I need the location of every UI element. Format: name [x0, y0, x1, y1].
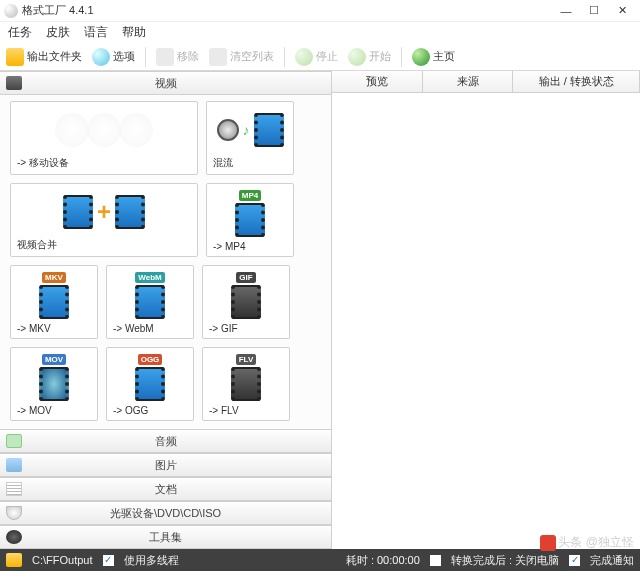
menu-help[interactable]: 帮助 [122, 24, 146, 41]
category-disc-label: 光驱设备\DVD\CD\ISO [110, 506, 221, 521]
film-icon [231, 285, 261, 319]
stop-button[interactable]: 停止 [295, 48, 338, 66]
left-panel: 视频 -> 移动设备 ♪ 混流 + 视频合并 MP4 -> MP4 MKV ->… [0, 71, 332, 549]
reel-icon [217, 119, 239, 141]
tile-mobile-label: -> 移动设备 [17, 154, 191, 170]
folder-icon[interactable] [6, 553, 22, 567]
app-icon [4, 4, 18, 18]
titlebar: 格式工厂 4.4.1 — ☐ ✕ [0, 0, 640, 22]
earth-icon [412, 48, 430, 66]
menu-language[interactable]: 语言 [84, 24, 108, 41]
toolbar-divider [401, 47, 402, 67]
category-video[interactable]: 视频 [0, 71, 331, 95]
options-label: 选项 [113, 49, 135, 64]
ogg-tag: OGG [138, 354, 163, 365]
category-picture[interactable]: 图片 [0, 453, 331, 477]
tile-mkv-label: -> MKV [17, 321, 91, 334]
notify-checkbox[interactable]: ✓ [569, 555, 580, 566]
multithread-checkbox[interactable]: ✓ [103, 555, 114, 566]
globe-icon [92, 48, 110, 66]
folder-icon [6, 48, 24, 66]
device-icon [87, 113, 121, 147]
note-icon: ♪ [243, 122, 250, 138]
stop-icon [295, 48, 313, 66]
list-header: 预览 来源 输出 / 转换状态 [332, 71, 640, 93]
tile-webm[interactable]: WebM -> WebM [106, 265, 194, 339]
category-video-label: 视频 [155, 76, 177, 91]
remove-button[interactable]: 移除 [156, 48, 199, 66]
tile-flv[interactable]: FLV -> FLV [202, 347, 290, 421]
clear-button[interactable]: 清空列表 [209, 48, 274, 66]
tile-mux[interactable]: ♪ 混流 [206, 101, 294, 175]
tile-webm-label: -> WebM [113, 321, 187, 334]
output-path[interactable]: C:\FFOutput [32, 554, 93, 566]
shutdown-label: 转换完成后 : 关闭电脑 [451, 553, 559, 568]
notify-label: 完成通知 [590, 553, 634, 568]
mov-tag: MOV [42, 354, 66, 365]
toolbar: 输出文件夹 选项 移除 清空列表 停止 开始 主页 [0, 43, 640, 71]
main-area: 视频 -> 移动设备 ♪ 混流 + 视频合并 MP4 -> MP4 MKV ->… [0, 71, 640, 549]
home-label: 主页 [433, 49, 455, 64]
col-preview[interactable]: 预览 [332, 71, 423, 92]
mkv-tag: MKV [42, 272, 66, 283]
picture-icon [6, 458, 22, 472]
category-disc[interactable]: 光驱设备\DVD\CD\ISO [0, 501, 331, 525]
document-icon [6, 482, 22, 496]
minimize-button[interactable]: — [552, 2, 580, 20]
tile-ogg[interactable]: OGG -> OGG [106, 347, 194, 421]
tile-mp4-label: -> MP4 [213, 239, 287, 252]
mp4-tag: MP4 [239, 190, 261, 201]
tile-mp4[interactable]: MP4 -> MP4 [206, 183, 294, 257]
device-icon [119, 113, 153, 147]
tile-gif-label: -> GIF [209, 321, 283, 334]
category-audio[interactable]: 音频 [0, 429, 331, 453]
film-icon [231, 367, 261, 401]
film-icon [39, 285, 69, 319]
elapsed-label: 耗时 : 00:00:00 [346, 553, 420, 568]
start-icon [348, 48, 366, 66]
task-list[interactable] [332, 93, 640, 549]
toolbar-divider [284, 47, 285, 67]
film-icon [135, 285, 165, 319]
category-document-label: 文档 [155, 482, 177, 497]
film-icon [115, 195, 145, 229]
gif-tag: GIF [236, 272, 255, 283]
right-panel: 预览 来源 输出 / 转换状态 [332, 71, 640, 549]
output-folder-label: 输出文件夹 [27, 49, 82, 64]
statusbar: C:\FFOutput ✓ 使用多线程 耗时 : 00:00:00 ✓ 转换完成… [0, 549, 640, 571]
toolbar-divider [145, 47, 146, 67]
window-controls: — ☐ ✕ [552, 2, 636, 20]
remove-label: 移除 [177, 49, 199, 64]
category-tools[interactable]: 工具集 [0, 525, 331, 549]
audio-icon [6, 434, 22, 448]
category-tools-label: 工具集 [149, 530, 182, 545]
tile-ogg-label: -> OGG [113, 403, 187, 416]
home-button[interactable]: 主页 [412, 48, 455, 66]
menubar: 任务 皮肤 语言 帮助 [0, 22, 640, 43]
tile-mov[interactable]: MOV -> MOV [10, 347, 98, 421]
tile-mobile[interactable]: -> 移动设备 [10, 101, 198, 175]
start-label: 开始 [369, 49, 391, 64]
menu-skin[interactable]: 皮肤 [46, 24, 70, 41]
tile-merge[interactable]: + 视频合并 [10, 183, 198, 257]
film-icon [135, 367, 165, 401]
start-button[interactable]: 开始 [348, 48, 391, 66]
tile-gif[interactable]: GIF -> GIF [202, 265, 290, 339]
flv-tag: FLV [236, 354, 257, 365]
tile-merge-label: 视频合并 [17, 236, 191, 252]
disc-icon [6, 506, 22, 520]
shutdown-checkbox[interactable]: ✓ [430, 555, 441, 566]
menu-task[interactable]: 任务 [8, 24, 32, 41]
close-button[interactable]: ✕ [608, 2, 636, 20]
options-button[interactable]: 选项 [92, 48, 135, 66]
remove-icon [156, 48, 174, 66]
col-status[interactable]: 输出 / 转换状态 [513, 71, 640, 92]
category-document[interactable]: 文档 [0, 477, 331, 501]
clear-label: 清空列表 [230, 49, 274, 64]
output-folder-button[interactable]: 输出文件夹 [6, 48, 82, 66]
clear-icon [209, 48, 227, 66]
col-source[interactable]: 来源 [423, 71, 514, 92]
film-icon [63, 195, 93, 229]
tile-mkv[interactable]: MKV -> MKV [10, 265, 98, 339]
maximize-button[interactable]: ☐ [580, 2, 608, 20]
